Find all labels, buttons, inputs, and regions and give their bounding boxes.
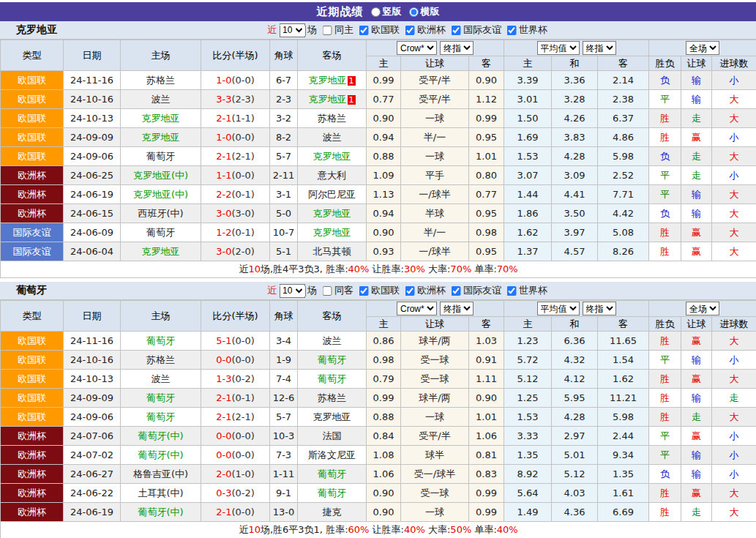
col-header-away: 客场 xyxy=(298,40,367,71)
col-header-avg-away: 客 xyxy=(598,317,649,332)
match-date: 24-06-04 xyxy=(64,242,121,261)
away-team: 葡萄牙 xyxy=(298,465,367,484)
same-venue-checkbox[interactable] xyxy=(322,26,332,35)
league-filter-checkbox[interactable] xyxy=(359,26,368,35)
col-header-handicap-result: 让球 xyxy=(681,56,712,71)
result-goals: 大 xyxy=(712,90,756,109)
odds-away: 0.90 xyxy=(469,389,504,408)
col-header-avg-home: 主 xyxy=(504,317,552,332)
team-name-title: 克罗地亚 xyxy=(0,23,57,37)
team-name: 葡萄牙 xyxy=(318,373,346,384)
home-team: 葡萄牙 xyxy=(121,147,201,166)
result-handicap: 赢 xyxy=(681,242,712,261)
odds-company-select[interactable]: Crow* xyxy=(397,41,437,55)
average-stage-select[interactable]: 终指 xyxy=(583,41,616,55)
away-team: 葡萄牙 xyxy=(298,370,367,389)
odds-handicap: 受平/半 xyxy=(401,71,469,90)
league-filter-checkbox[interactable] xyxy=(506,26,516,35)
league-filter-checkbox[interactable] xyxy=(405,286,414,296)
avg-away: 2.38 xyxy=(598,90,649,109)
match-score: 2-1(2-1) xyxy=(201,147,270,166)
league-filter-checkbox[interactable] xyxy=(451,26,460,35)
avg-draw: 4.26 xyxy=(552,109,598,128)
avg-home: 1.25 xyxy=(504,389,552,408)
col-header-odds-handicap: 让球 xyxy=(401,56,469,71)
match-date: 24-10-13 xyxy=(64,370,121,389)
league-filter-checkbox[interactable] xyxy=(451,286,460,296)
avg-away: 4.42 xyxy=(598,204,649,223)
result-goals: 大 xyxy=(712,408,756,427)
team-section-portugal: 葡萄牙 近 10 场 同客 欧国联 欧洲杯 国际友谊 世界杯 xyxy=(0,282,756,538)
result-winloss: 平 xyxy=(649,90,681,109)
recent-count-select[interactable]: 10 xyxy=(279,23,305,37)
period-select[interactable]: 全场 xyxy=(686,302,719,315)
odds-home: 0.79 xyxy=(367,370,401,389)
team-name: 克罗地亚 xyxy=(309,94,347,105)
league-filter-checkbox[interactable] xyxy=(359,286,368,296)
match-date: 24-09-06 xyxy=(64,408,121,427)
league-filter-checkbox[interactable] xyxy=(405,26,414,35)
col-header-home: 主场 xyxy=(121,301,201,332)
team-name: 葡萄牙 xyxy=(146,227,175,238)
avg-away: 5.98 xyxy=(598,408,649,427)
odds-stage-select[interactable]: 终指 xyxy=(440,302,474,315)
match-score: 3-0(3-0) xyxy=(201,204,270,223)
odds-company-select[interactable]: Crow* xyxy=(397,302,437,315)
home-team: 克罗地亚 xyxy=(121,242,201,261)
result-winloss: 负 xyxy=(649,71,681,90)
col-header-corner: 角球 xyxy=(270,301,298,332)
odds-handicap: 一/球半 xyxy=(401,185,469,204)
match-date: 24-07-06 xyxy=(64,427,121,446)
vertical-layout-option[interactable]: 竖版 xyxy=(371,5,402,18)
odds-away: 0.81 xyxy=(469,446,504,465)
period-select[interactable]: 全场 xyxy=(686,41,719,55)
avg-home: 8.92 xyxy=(504,465,552,484)
team-name: 格鲁吉亚(中) xyxy=(133,468,188,479)
odds-stage-select[interactable]: 终指 xyxy=(440,41,474,55)
average-select[interactable]: 平均值 xyxy=(537,302,580,315)
avg-away: 11.65 xyxy=(598,332,649,351)
match-date: 24-09-06 xyxy=(64,147,121,166)
vertical-layout-radio[interactable] xyxy=(371,7,381,17)
result-winloss: 负 xyxy=(649,465,681,484)
away-team: 克罗地亚 xyxy=(298,223,367,242)
avg-home: 1.37 xyxy=(504,242,552,261)
match-score: 0-0(0-0) xyxy=(201,351,270,370)
average-stage-select[interactable]: 终指 xyxy=(583,302,616,315)
away-team: 波兰 xyxy=(298,332,367,351)
title-bar: 近期战绩 竖版 横版 xyxy=(0,2,756,21)
recent-count-select[interactable]: 10 xyxy=(279,284,305,298)
average-select[interactable]: 平均值 xyxy=(537,41,580,55)
odds-away: 0.83 xyxy=(469,465,504,484)
same-venue-checkbox[interactable] xyxy=(322,286,332,296)
result-winloss: 平 xyxy=(649,427,681,446)
corner-count: 8-2 xyxy=(270,128,298,147)
away-team: 波兰 xyxy=(298,128,367,147)
corner-count: 1-11 xyxy=(270,465,298,484)
avg-draw: 4.12 xyxy=(552,370,598,389)
match-date: 24-11-16 xyxy=(64,332,121,351)
home-team: 土耳其(中) xyxy=(121,484,201,503)
league-filter-checkbox[interactable] xyxy=(506,286,516,296)
col-header-winloss: 胜负 xyxy=(649,56,681,71)
horizontal-layout-radio[interactable] xyxy=(409,7,419,17)
avg-away: 2.14 xyxy=(598,71,649,90)
col-header-odds-away: 客 xyxy=(469,317,504,332)
league-badge: 欧国联 xyxy=(1,71,64,90)
odds-handicap: 半球 xyxy=(401,204,469,223)
home-team: 克罗地亚(中) xyxy=(121,185,201,204)
odds-handicap: 受一/球半 xyxy=(401,465,469,484)
result-handicap: 走 xyxy=(681,503,712,522)
col-header-corner: 角球 xyxy=(270,40,298,71)
league-badge: 欧洲杯 xyxy=(1,204,64,223)
avg-home: 5.72 xyxy=(504,351,552,370)
odds-home: 0.90 xyxy=(367,109,401,128)
team-section-croatia: 克罗地亚 近 10 场 同主 欧国联 欧洲杯 国际友谊 世界杯 xyxy=(0,21,756,278)
horizontal-layout-option[interactable]: 横版 xyxy=(409,5,440,18)
corner-count: 7-3 xyxy=(270,446,298,465)
avg-home: 1.23 xyxy=(504,332,552,351)
col-header-avg-draw: 和 xyxy=(552,56,598,71)
home-team: 葡萄牙 xyxy=(121,223,201,242)
odds-handicap: 受一球 xyxy=(401,351,469,370)
league-badge: 欧洲杯 xyxy=(1,484,64,503)
